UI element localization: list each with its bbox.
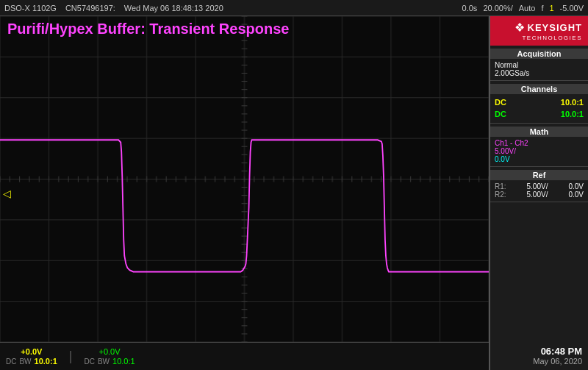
sample-rate-label: 20.00%/ [483, 4, 512, 13]
trig-mode-label: Auto [519, 4, 536, 13]
r2-label: R2: [495, 191, 506, 199]
ch2-block: +0.0V DC BW 10.0:1 [84, 347, 135, 366]
ch1-row: DC 10.0:1 [495, 96, 584, 108]
ch1-panel-scale: 10.0:1 [561, 98, 584, 107]
acquisition-title: Acquisition [490, 49, 588, 59]
ch1-block: +0.0V DC BW 10.0:1 [6, 347, 57, 366]
time-div-label: 0.0s [462, 4, 478, 13]
ch2-row: DC 10.0:1 [495, 108, 584, 120]
ch2-panel-coupling: DC [495, 110, 506, 118]
ref-section: Ref R1: 5.00V/ 0.0V R2: 5.00V/ 0.0V [490, 167, 588, 202]
ch2-panel-scale: 10.0:1 [561, 110, 584, 118]
acquisition-section: Acquisition Normal 2.00GSa/s [490, 46, 588, 81]
ch1-panel-coupling: DC [495, 98, 506, 107]
time-display: 06:48 PM [496, 346, 582, 357]
math-title: Math [490, 127, 588, 137]
trigger-indicator: ◁ [3, 188, 11, 199]
logo-section: ❖ KEYSIGHT TECHNOLOGIES [490, 16, 588, 46]
ch2-bw: BW [98, 357, 110, 366]
math-scale: 5.00V/ [495, 147, 516, 155]
channels-section: Channels DC 10.0:1 DC 10.0:1 [490, 81, 588, 124]
acquisition-sample-rate: 2.00GSa/s [495, 69, 529, 77]
ch1-bw: BW [19, 357, 31, 366]
datetime-label: Wed May 06 18:48:13 2020 [124, 4, 223, 13]
trig-channel: 1 [549, 4, 553, 13]
logo-sub: TECHNOLOGIES [522, 35, 582, 41]
right-panel: ❖ KEYSIGHT TECHNOLOGIES Acquisition Norm… [490, 16, 588, 370]
trig-level: -5.00V [560, 4, 584, 13]
logo-mark: ❖ [514, 21, 525, 35]
r1-label: R1: [495, 182, 506, 191]
ch2-scale: 10.0:1 [112, 357, 135, 366]
top-status-bar: DSO-X 1102G CN57496197: Wed May 06 18:48… [0, 0, 588, 16]
math-formula-row: Ch1 - Ch2 [495, 139, 584, 147]
ch2-offset: +0.0V [99, 347, 121, 356]
chart-title: Purifi/Hypex Buffer: Transient Response [7, 21, 289, 38]
serial-label: CN57496197: [65, 4, 115, 13]
math-formula: Ch1 - Ch2 [495, 139, 528, 147]
model-label: DSO-X 1102G [4, 4, 57, 13]
ch-separator-1: | [69, 349, 73, 364]
r2-scale: 5.00V/ [527, 191, 548, 199]
ch1-offset: +0.0V [21, 347, 42, 356]
time-date-section: 06:48 PM May 06, 2020 [490, 341, 588, 370]
math-section: Math Ch1 - Ch2 5.00V/ 0.0V [490, 124, 588, 167]
math-offset-row: 0.0V [495, 155, 584, 163]
ref-r2-row: R2: 5.00V/ 0.0V [495, 191, 584, 199]
ref-title: Ref [490, 170, 588, 180]
waveform [0, 16, 489, 370]
acquisition-mode-row: Normal [495, 61, 584, 69]
acquisition-rate-row: 2.00GSa/s [495, 69, 584, 77]
ch2-coupling: DC [84, 357, 94, 366]
main-area: Purifi/Hypex Buffer: Transient Response … [0, 16, 588, 370]
trig-icon: f [541, 4, 543, 13]
logo-text: KEYSIGHT [528, 22, 582, 33]
channel-info-bar: +0.0V DC BW 10.0:1 | +0.0V DC BW 10.0:1 [0, 342, 489, 370]
math-scale-row: 5.00V/ [495, 147, 584, 155]
r2-offset: 0.0V [568, 191, 584, 199]
ref-r1-row: R1: 5.00V/ 0.0V [495, 182, 584, 191]
math-offset: 0.0V [495, 155, 510, 163]
r1-scale: 5.00V/ [527, 182, 548, 191]
ch1-coupling: DC [6, 357, 16, 366]
date-display: May 06, 2020 [496, 357, 582, 366]
ch1-scale: 10.0:1 [35, 357, 57, 366]
oscilloscope-screen: Purifi/Hypex Buffer: Transient Response … [0, 16, 490, 370]
acquisition-mode: Normal [495, 61, 518, 69]
r1-offset: 0.0V [568, 182, 584, 191]
channels-title: Channels [490, 84, 588, 94]
